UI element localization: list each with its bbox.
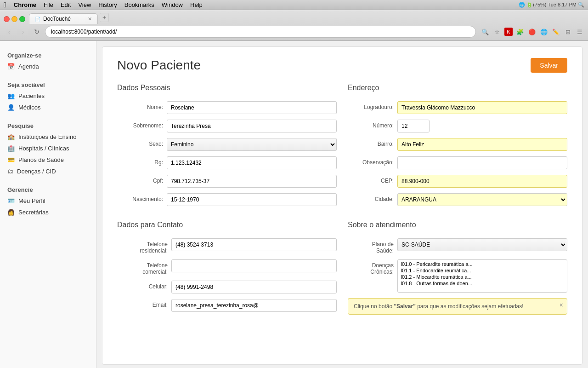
sidebar-label-medicos: Médicos [18, 104, 40, 111]
cep-label: CEP: [348, 175, 394, 184]
sobre-atendimento-title: Sobre o atendimento [348, 221, 567, 231]
save-button[interactable]: Salvar [531, 58, 567, 73]
sidebar-item-medicos[interactable]: 👤 Médicos [0, 102, 96, 113]
sexo-row: Sexo: Feminino Masculino [117, 138, 337, 151]
endereco-section: Endereço Logradouro: Número: Bairro: Obs… [348, 84, 567, 212]
menu-bookmarks[interactable]: Bookmarks [124, 1, 154, 8]
system-icons: 🌐 🔋(75%) Tue 8:17 PM 🔍 [519, 2, 584, 8]
dados-contato-title: Dados para Contato [117, 221, 337, 231]
sidebar-label-planos: Planos de Saúde [18, 156, 64, 163]
cpf-input[interactable] [167, 175, 337, 188]
nome-input[interactable] [167, 101, 337, 114]
numero-label: Número: [348, 120, 394, 129]
logradouro-row: Logradouro: [348, 101, 567, 114]
menu-edit[interactable]: Edit [61, 1, 71, 8]
search-icon[interactable]: 🔍 [481, 27, 490, 36]
instituicoes-icon: 🏫 [7, 133, 15, 140]
sidebar-section-sociavel: Seja sociável [0, 78, 96, 90]
secretarias-icon: 👩 [7, 209, 15, 216]
new-tab-button[interactable]: + [100, 13, 109, 22]
address-input[interactable] [45, 26, 476, 38]
form-sections-2: Dados para Contato Telefoneresidencial: … [117, 221, 567, 317]
menu-history[interactable]: History [98, 1, 117, 8]
sidebar-item-meu-perfil[interactable]: 🪪 Meu Perfil [0, 195, 96, 207]
sidebar-label-instituicoes: Instituições de Ensino [18, 133, 76, 140]
sidebar-item-doencas[interactable]: 🗂 Doenças / CID [0, 166, 96, 177]
perfil-icon: 🪪 [7, 197, 15, 204]
celular-input[interactable] [171, 281, 337, 293]
extension4-icon[interactable]: ✏️ [551, 27, 560, 36]
cidade-row: Cidade: ARARANGUA [348, 193, 567, 206]
sexo-select[interactable]: Feminino Masculino [167, 138, 337, 151]
observacao-row: Observação: [348, 156, 567, 169]
bookmark-star-icon[interactable]: ☆ [492, 27, 502, 36]
menu-view[interactable]: View [78, 1, 91, 8]
plano-label: Plano deSaúde: [348, 238, 394, 254]
telefone-res-row: Telefoneresidencial: [117, 238, 337, 254]
tab-bar: 📄 DocTouché ✕ + [0, 10, 588, 24]
sobre-atendimento-section: Sobre o atendimento Plano deSaúde: SC-SA… [348, 221, 567, 317]
sobrenome-label: Sobrenome: [117, 120, 163, 129]
telefone-com-input[interactable] [171, 259, 337, 272]
observacao-label: Observação: [348, 156, 394, 166]
sidebar-item-pacientes[interactable]: 👥 Pacientes [0, 90, 96, 102]
telefone-res-input[interactable] [171, 238, 337, 251]
cidade-select[interactable]: ARARANGUA [397, 193, 567, 206]
tab-close-button[interactable]: ✕ [88, 16, 92, 22]
toast-close-button[interactable]: × [560, 301, 563, 309]
minimize-window-button[interactable] [11, 16, 17, 22]
page: Organize-se 📅 Agenda Seja sociável 👥 Pac… [0, 41, 588, 368]
form-sections: Dados Pessoais Nome: Sobrenome: Sexo: Fe… [117, 84, 567, 212]
observacao-input[interactable] [397, 156, 567, 169]
apple-menu[interactable]:  [4, 1, 6, 9]
extension1-icon[interactable]: 🧩 [515, 27, 525, 36]
menu-help[interactable]: Help [190, 1, 203, 8]
active-tab[interactable]: 📄 DocTouché ✕ [29, 13, 98, 24]
cep-input[interactable] [397, 175, 567, 188]
sobrenome-input[interactable] [167, 120, 337, 132]
sidebar-section-pesquise: Pesquise [0, 119, 96, 131]
sidebar-item-hospitais[interactable]: 🏥 Hospitais / Clínicas [0, 143, 96, 154]
rg-input[interactable] [167, 156, 337, 169]
bairro-input[interactable] [397, 138, 567, 151]
sidebar-label-secretarias: Secretárias [18, 209, 49, 216]
close-window-button[interactable] [4, 16, 10, 22]
numero-input[interactable] [397, 120, 430, 132]
back-button[interactable]: ‹ [4, 26, 15, 37]
planos-icon: 💳 [7, 156, 15, 163]
maximize-window-button[interactable] [19, 16, 25, 22]
toast-notification: Clique no botão "Salvar" para que as mod… [348, 298, 567, 315]
sidebar-item-instituicoes[interactable]: 🏫 Instituições de Ensino [0, 131, 96, 143]
extension5-icon[interactable]: ⊞ [563, 27, 572, 36]
mac-menubar:  Chrome File Edit View History Bookmark… [0, 0, 588, 10]
doencas-row: DoençasCrônicas: I01.0 - Pericardite reu… [348, 259, 567, 293]
chrome-menu-icon[interactable]: ☰ [575, 27, 584, 36]
sidebar-item-secretarias[interactable]: 👩 Secretárias [0, 207, 96, 218]
nascimento-input[interactable] [167, 193, 337, 206]
telefone-res-label: Telefoneresidencial: [117, 238, 168, 254]
plano-select[interactable]: SC-SAÚDE [397, 238, 567, 251]
email-label: Email: [117, 299, 168, 308]
traffic-lights [4, 16, 25, 22]
doencas-listbox[interactable]: I01.0 - Pericardite reumática a... I01.1… [397, 259, 567, 293]
sobrenome-row: Sobrenome: [117, 120, 337, 132]
cep-row: CEP: [348, 175, 567, 188]
reload-button[interactable]: ↻ [31, 26, 42, 37]
menu-chrome[interactable]: Chrome [14, 1, 36, 8]
email-input[interactable] [171, 299, 337, 312]
sidebar-item-agenda[interactable]: 📅 Agenda [0, 61, 96, 72]
forward-button[interactable]: › [17, 26, 28, 37]
page-title: Novo Paciente [117, 58, 201, 73]
extension3-icon[interactable]: 🌐 [539, 27, 548, 36]
menu-file[interactable]: File [44, 1, 53, 8]
kanji-extension-icon[interactable]: K [504, 28, 513, 36]
logradouro-input[interactable] [397, 101, 567, 114]
numero-row: Número: [348, 120, 567, 132]
telefone-com-label: Telefonecomercial: [117, 259, 168, 275]
toast-message: Clique no botão "Salvar" para que as mod… [354, 303, 524, 310]
menu-window[interactable]: Window [162, 1, 183, 8]
dados-pessoais-title: Dados Pessoais [117, 84, 337, 94]
extension2-icon[interactable]: 🔴 [527, 27, 537, 36]
rg-label: Rg: [117, 156, 163, 166]
sidebar-item-planos[interactable]: 💳 Planos de Saúde [0, 154, 96, 166]
